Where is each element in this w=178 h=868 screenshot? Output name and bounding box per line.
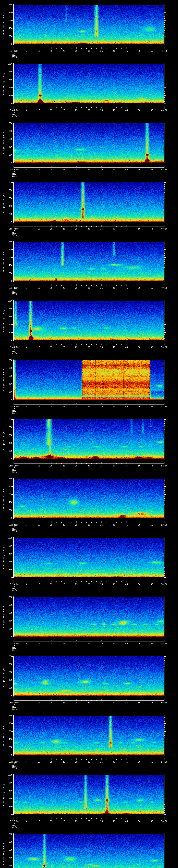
y-tick-label: 200 — [5, 687, 12, 689]
y-tick-label: 400 — [5, 798, 12, 800]
spectrogram-panel: Frequency (Hz) 0200400600800100016:52:00… — [0, 474, 178, 533]
y-tick-label: 400 — [5, 146, 12, 148]
y-axis-title: Frequency (Hz) — [2, 834, 5, 868]
y-tick-label: 0 — [5, 280, 12, 282]
y-tick-label: 400 — [5, 738, 12, 740]
y-axis-title: Frequency (Hz) — [2, 360, 5, 400]
y-tick-label: 600 — [5, 79, 12, 81]
y-axis-title: Frequency (Hz) — [2, 597, 5, 637]
y-tick-label: 200 — [5, 865, 12, 867]
y-tick-label: 200 — [5, 806, 12, 808]
date-annotation-line: 2015 — [6, 293, 22, 295]
y-tick-label: 400 — [5, 27, 12, 29]
y-tick-label: 800 — [5, 189, 12, 191]
y-tick-label: 800 — [5, 782, 12, 784]
spectrogram-panel: Frequency (Hz) 0200400600800100016:58:00… — [0, 830, 178, 868]
y-tick-label: 0 — [5, 813, 12, 815]
x-end-time-label: 46:00 — [156, 109, 172, 111]
spectrogram-panel: Frequency (Hz) 0200400600800100016:46:00… — [0, 119, 178, 178]
y-tick-label: 1000 — [5, 596, 12, 598]
y-tick-label: 200 — [5, 35, 12, 37]
date-annotation-line: 2015 — [6, 412, 22, 414]
y-tick-label: 0 — [5, 162, 12, 164]
y-axis-title: Frequency (Hz) — [2, 123, 5, 163]
y-axis-title: Frequency (Hz) — [2, 5, 5, 44]
y-tick-label: 400 — [5, 561, 12, 563]
y-tick-label: 1000 — [5, 4, 12, 6]
y-tick-label: 0 — [5, 339, 12, 341]
x-end-time-label: 45:00 — [156, 50, 172, 52]
y-tick-label: 600 — [5, 790, 12, 792]
y-tick-label: 600 — [5, 849, 12, 851]
y-tick-label: 1000 — [5, 537, 12, 539]
date-annotation-line: 2015 — [6, 827, 22, 829]
y-tick-label: 800 — [5, 663, 12, 665]
spectrogram-panel: Frequency (Hz) 0200400600800100016:50:00… — [0, 355, 178, 415]
y-tick-label: 400 — [5, 323, 12, 326]
y-tick-label: 400 — [5, 501, 12, 503]
y-tick-label: 600 — [5, 316, 12, 318]
spectrogram-panel: Frequency (Hz) 0200400600800100016:51:00… — [0, 415, 178, 474]
y-tick-label: 1000 — [5, 181, 12, 184]
date-annotation-line: 2015 — [6, 530, 22, 532]
y-axis-title: Frequency (Hz) — [2, 716, 5, 755]
y-tick-label: 0 — [5, 754, 12, 756]
date-annotation-line: 2015 — [6, 767, 22, 769]
y-tick-label: 0 — [5, 636, 12, 638]
y-axis-title: Frequency (Hz) — [2, 538, 5, 578]
y-tick-label: 1000 — [5, 477, 12, 479]
y-tick-label: 600 — [5, 612, 12, 614]
y-tick-label: 200 — [5, 509, 12, 511]
y-tick-label: 1000 — [5, 833, 12, 835]
y-axis-title: Frequency (Hz) — [2, 182, 5, 222]
date-annotation-line: 2015 — [6, 116, 22, 118]
y-tick-label: 800 — [5, 71, 12, 73]
y-tick-label: 800 — [5, 308, 12, 310]
y-tick-label: 800 — [5, 485, 12, 488]
date-annotation-line: 2015 — [6, 234, 22, 236]
y-tick-label: 400 — [5, 205, 12, 207]
spectrogram-panel: Frequency (Hz) 0200400600800100016:48:00… — [0, 237, 178, 296]
y-tick-label: 800 — [5, 604, 12, 606]
spectrogram-canvas — [0, 830, 178, 868]
y-tick-label: 200 — [5, 628, 12, 630]
x-end-time-label: 52:00 — [156, 465, 172, 467]
x-end-time-label: 53:00 — [156, 524, 172, 526]
y-tick-label: 800 — [5, 248, 12, 250]
y-tick-label: 1000 — [5, 359, 12, 361]
y-tick-label: 1000 — [5, 122, 12, 124]
y-tick-label: 0 — [5, 221, 12, 223]
y-tick-label: 800 — [5, 545, 12, 547]
y-tick-label: 200 — [5, 332, 12, 334]
y-tick-label: 600 — [5, 20, 12, 22]
y-tick-label: 1000 — [5, 774, 12, 776]
y-tick-label: 600 — [5, 256, 12, 258]
x-end-time-label: 48:00 — [156, 228, 172, 230]
y-tick-label: 1000 — [5, 418, 12, 421]
y-tick-label: 400 — [5, 620, 12, 622]
y-tick-label: 200 — [5, 568, 12, 570]
y-tick-label: 0 — [5, 399, 12, 401]
y-tick-label: 600 — [5, 553, 12, 555]
y-tick-label: 200 — [5, 450, 12, 452]
date-annotation-line: 2015 — [6, 175, 22, 177]
spectrogram-panel: Frequency (Hz) 0200400600800100016:49:00… — [0, 296, 178, 355]
y-tick-label: 400 — [5, 87, 12, 89]
date-annotation-line: 2015 — [6, 649, 22, 651]
y-tick-label: 1000 — [5, 241, 12, 243]
x-end-time-label: 56:00 — [156, 702, 172, 704]
date-annotation-line: 2015 — [6, 708, 22, 710]
x-end-time-label: 50:00 — [156, 346, 172, 348]
y-tick-label: 0 — [5, 517, 12, 519]
y-tick-label: 600 — [5, 671, 12, 673]
spectrogram-panel: Frequency (Hz) 0200400600800100016:45:00… — [0, 59, 178, 118]
y-tick-label: 200 — [5, 391, 12, 393]
y-tick-label: 400 — [5, 442, 12, 444]
y-tick-label: 0 — [5, 458, 12, 460]
y-tick-label: 600 — [5, 197, 12, 199]
y-tick-label: 1000 — [5, 715, 12, 717]
x-end-time-label: 54:00 — [156, 583, 172, 585]
spectrogram-panel: Frequency (Hz) 0200400600800100016:56:00… — [0, 711, 178, 770]
y-tick-label: 200 — [5, 154, 12, 156]
y-tick-label: 600 — [5, 730, 12, 733]
